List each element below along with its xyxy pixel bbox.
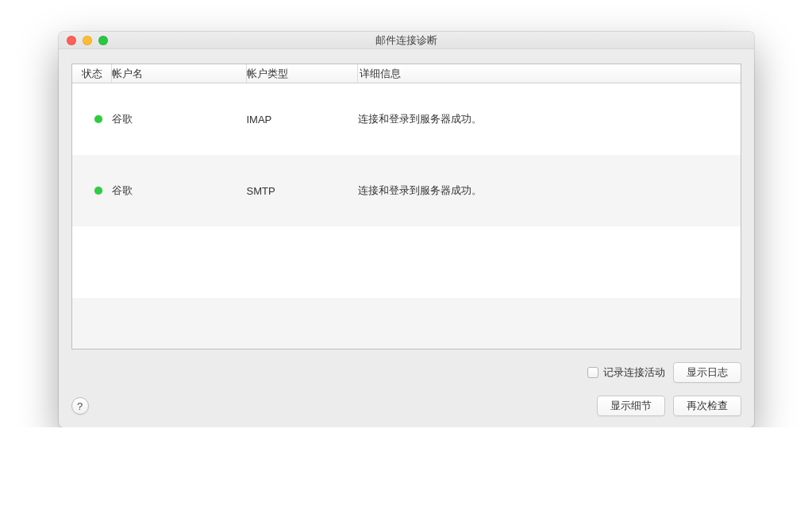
titlebar: 邮件连接诊断 xyxy=(59,32,754,49)
close-window-button[interactable] xyxy=(67,36,76,45)
show-log-button[interactable]: 显示日志 xyxy=(673,362,741,383)
account-cell: 谷歌 xyxy=(112,183,247,198)
traffic-lights xyxy=(59,36,108,45)
show-details-button[interactable]: 显示细节 xyxy=(597,396,665,416)
content-area: 状态 帐户名 帐户类型 详细信息 谷歌 IMAP 连接和登录到服务器成功。 xyxy=(59,49,754,427)
header-details[interactable]: 详细信息 xyxy=(358,67,741,81)
type-cell: IMAP xyxy=(247,114,358,125)
action-buttons: 显示细节 再次检查 xyxy=(597,396,741,416)
connection-table: 状态 帐户名 帐户类型 详细信息 谷歌 IMAP 连接和登录到服务器成功。 xyxy=(71,64,741,349)
status-indicator-icon xyxy=(94,187,102,195)
table-row-empty xyxy=(72,298,741,349)
window-title: 邮件连接诊断 xyxy=(59,33,754,48)
status-cell xyxy=(72,187,112,195)
checkbox-icon[interactable] xyxy=(587,367,598,378)
footer-row-actions: ? 显示细节 再次检查 xyxy=(71,396,741,416)
log-activity-toggle[interactable]: 记录连接活动 xyxy=(587,365,665,380)
mail-diagnostics-window: 邮件连接诊断 状态 帐户名 帐户类型 详细信息 谷歌 IMAP 连接和登录到服务… xyxy=(59,32,754,427)
check-again-button[interactable]: 再次检查 xyxy=(673,396,741,416)
account-cell: 谷歌 xyxy=(112,112,247,126)
status-cell xyxy=(72,115,112,123)
table-body: 谷歌 IMAP 连接和登录到服务器成功。 谷歌 SMTP 连接和登录到服务器成功… xyxy=(72,83,741,349)
table-row-empty xyxy=(72,226,741,298)
header-status[interactable]: 状态 xyxy=(72,64,112,83)
help-button[interactable]: ? xyxy=(71,397,89,415)
zoom-window-button[interactable] xyxy=(98,36,108,45)
status-indicator-icon xyxy=(94,115,102,123)
table-row[interactable]: 谷歌 SMTP 连接和登录到服务器成功。 xyxy=(72,155,741,226)
footer-row-log: 记录连接活动 显示日志 xyxy=(71,362,741,383)
header-account[interactable]: 帐户名 xyxy=(112,64,247,83)
header-type[interactable]: 帐户类型 xyxy=(247,64,358,83)
log-activity-label: 记录连接活动 xyxy=(603,365,665,380)
minimize-window-button[interactable] xyxy=(83,36,92,45)
details-cell: 连接和登录到服务器成功。 xyxy=(358,183,741,198)
table-row[interactable]: 谷歌 IMAP 连接和登录到服务器成功。 xyxy=(72,83,741,155)
table-header: 状态 帐户名 帐户类型 详细信息 xyxy=(72,64,741,83)
type-cell: SMTP xyxy=(247,185,358,197)
details-cell: 连接和登录到服务器成功。 xyxy=(358,112,741,126)
footer: 记录连接活动 显示日志 ? 显示细节 再次检查 xyxy=(71,362,741,416)
help-icon: ? xyxy=(77,400,83,412)
